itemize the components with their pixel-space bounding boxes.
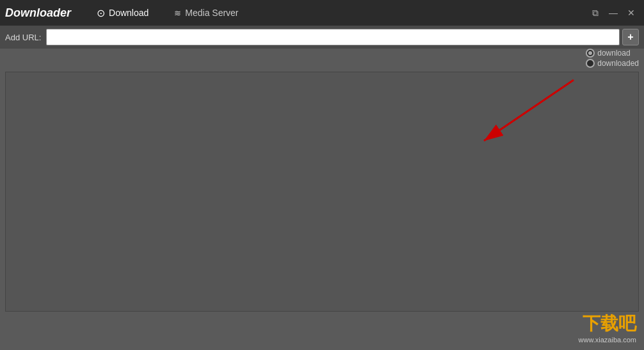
watermark-url: www.xiazaiba.com [579,336,636,344]
filter-panel: download downloaded [586,49,639,68]
download-tab-icon: ⊙ [97,7,105,19]
url-label: Add URL: [5,33,41,42]
radio-downloaded-circle [586,59,595,68]
minimize-button[interactable]: — [606,5,621,20]
tab-download-label: Download [109,8,149,18]
filter-downloaded[interactable]: downloaded [586,59,639,68]
media-server-tab-icon: ≋ [174,8,181,18]
watermark: 下载吧 www.xiazaiba.com [579,312,636,344]
filter-download-label: download [597,49,630,58]
app-title: Downloader [5,6,71,20]
nav-tabs: ⊙ Download ≋ Media Server [84,3,252,23]
tab-media-server[interactable]: ≋ Media Server [161,4,251,22]
window-controls: ⧉ — ✕ [588,5,639,20]
title-bar: Downloader ⊙ Download ≋ Media Server ⧉ —… [0,0,644,26]
toolbar: Add URL: + [0,26,644,49]
close-button[interactable]: ✕ [624,5,639,20]
tab-media-server-label: Media Server [185,8,238,18]
url-input-wrapper: + [46,29,639,45]
restore-button[interactable]: ⧉ [588,5,603,20]
filter-downloaded-label: downloaded [597,59,639,68]
watermark-logo: 下载吧 [583,312,636,336]
filter-download[interactable]: download [586,49,639,58]
radio-download-circle [586,49,595,58]
main-content-area [5,72,639,312]
title-bar-left: Downloader ⊙ Download ≋ Media Server [5,3,252,23]
tab-download[interactable]: ⊙ Download [84,3,161,23]
add-url-button[interactable]: + [622,29,639,45]
url-input[interactable] [46,29,620,45]
